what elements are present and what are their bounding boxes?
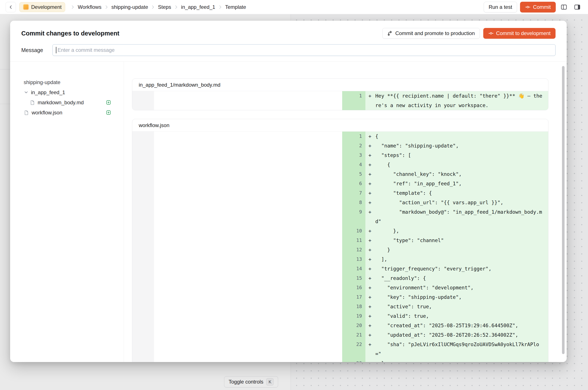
tree-item-in-app-feed-1[interactable]: in_app_feed_1 [24, 87, 111, 98]
promote-button[interactable]: Commit and promote to production [382, 28, 480, 39]
promote-icon [387, 31, 393, 36]
diff-code: "markdown_body@": "in_app_feed_1/markdow… [375, 207, 548, 226]
diff-sign: + [365, 198, 375, 207]
added-code-cell: + "__readonly": { [365, 274, 548, 283]
old-code-cell [154, 245, 342, 254]
breadcrumb-item[interactable]: in_app_feed_1 [181, 4, 215, 10]
old-code-cell [154, 188, 342, 198]
modal-scrollbar[interactable] [562, 66, 565, 354]
tree-item-workflow-json[interactable]: workflow.json [24, 107, 111, 118]
diff-sign: + [365, 245, 375, 254]
diff-sign: + [365, 254, 375, 264]
diff-code: { [375, 160, 548, 169]
diff-added-icon [106, 100, 111, 105]
diff-row: 21+ "updated_at": "2025-08-26T20:26:52.3… [132, 330, 548, 340]
diff-sign: + [365, 311, 375, 321]
old-code-cell [154, 179, 342, 188]
topbar-actions: Run a test Commit [484, 2, 583, 12]
diff-sign: + [365, 132, 375, 141]
old-code-cell [154, 292, 342, 302]
old-line-gutter [132, 150, 154, 160]
diff-code: "sha": "pJeLVir6xIlUCMGqs9qroZoUAVDSwA0y… [375, 340, 548, 359]
commit-icon [525, 4, 531, 10]
commit-message-input[interactable] [53, 44, 555, 56]
old-line-gutter [132, 179, 154, 188]
diff-row: 8+ "action_url": "{{ vars.app_url }}", [132, 198, 548, 207]
diff-code: "environment": "development", [375, 283, 548, 292]
diff-sign: + [365, 160, 375, 169]
panel-right-toggle[interactable] [572, 2, 583, 12]
diff-sign: + [365, 188, 375, 198]
line-number: 9 [342, 207, 365, 226]
old-line-gutter [132, 226, 154, 236]
breadcrumb-item[interactable]: Workflows [78, 4, 101, 10]
old-code-cell [154, 150, 342, 160]
added-code-cell: + "action_url": "{{ vars.app_url }}", [365, 198, 548, 207]
line-number: 3 [342, 150, 365, 160]
topbar: Development Workflowsshipping-updateStep… [0, 0, 588, 14]
diff-sign: + [365, 91, 375, 101]
environment-badge[interactable]: Development [19, 2, 65, 12]
added-code-cell: + "key": "shipping-update", [365, 292, 548, 302]
diff-row: 7+ "template": { [132, 188, 548, 198]
diff-row: 13+ ], [132, 254, 548, 264]
diff-code: "name": "shipping-update", [375, 141, 548, 150]
added-code-cell: + "template": { [365, 188, 548, 198]
breadcrumb-item[interactable]: Template [225, 4, 246, 10]
commit-modal: Commit changes to development Commit and… [10, 21, 567, 362]
diff-code: "active": true, [375, 302, 548, 311]
diff-row: 5+ "channel_key": "knock", [132, 169, 548, 179]
diff-sign: + [365, 340, 375, 349]
diff-file-card: in_app_feed_1/markdown_body.md1+Hey **{{… [132, 79, 548, 110]
text-caret [56, 47, 56, 53]
line-number: 1 [342, 91, 365, 110]
old-line-gutter [132, 359, 154, 362]
old-code-cell [154, 311, 342, 321]
diff-panel: in_app_feed_1/markdown_body.md1+Hey **{{… [124, 62, 567, 362]
panel-left-toggle[interactable] [559, 2, 569, 12]
commit-development-label: Commit to development [496, 30, 551, 36]
commit-button-label: Commit [533, 4, 551, 10]
old-line-gutter [132, 330, 154, 340]
diff-sign: + [365, 274, 375, 283]
breadcrumb-item[interactable]: shipping-update [111, 4, 148, 10]
tree-item-label: markdown_body.md [38, 99, 84, 105]
file-icon [24, 110, 29, 115]
breadcrumb-item[interactable]: Steps [158, 4, 171, 10]
added-code-cell: + "ref": "in_app_feed_1", [365, 179, 548, 188]
diff-row: 15+ "__readonly": { [132, 274, 548, 283]
old-line-gutter [132, 264, 154, 274]
diff-code: "key": "shipping-update", [375, 292, 548, 302]
commit-button[interactable]: Commit [520, 2, 556, 12]
diff-code: "trigger_frequency": "every_trigger", [375, 264, 548, 274]
diff-code: ], [375, 254, 548, 264]
added-code-cell: + } [365, 245, 548, 254]
old-code-cell [154, 198, 342, 207]
tree-item-markdown-body-md[interactable]: markdown_body.md [24, 98, 111, 107]
diff-sign: + [365, 150, 375, 160]
old-line-gutter [132, 321, 154, 330]
tree-item-label: workflow.json [32, 110, 62, 116]
diff-code: Hey **{{ recipient.name | default: "ther… [375, 91, 548, 110]
old-line-gutter [132, 160, 154, 169]
line-number: 4 [342, 160, 365, 169]
run-test-button[interactable]: Run a test [484, 2, 517, 12]
diff-sign: + [365, 359, 375, 362]
diff-code: "steps": [ [375, 150, 548, 160]
diff-sign: + [365, 207, 375, 217]
old-code-cell [154, 226, 342, 236]
diff-code: { [375, 132, 548, 141]
diff-row: 19+ "valid": true, [132, 311, 548, 321]
commit-development-button[interactable]: Commit to development [483, 28, 555, 39]
diff-code: } [375, 359, 548, 362]
back-button[interactable] [5, 2, 16, 12]
old-line-gutter [132, 91, 154, 110]
added-code-cell: + "name": "shipping-update", [365, 141, 548, 150]
diff-sign: + [365, 330, 375, 340]
old-code-cell [154, 330, 342, 340]
added-code-cell: + } [365, 359, 548, 362]
old-line-gutter [132, 302, 154, 311]
old-line-gutter [132, 169, 154, 179]
diff-row: 1+{ [132, 132, 548, 141]
added-code-cell: + "channel_key": "knock", [365, 169, 548, 179]
